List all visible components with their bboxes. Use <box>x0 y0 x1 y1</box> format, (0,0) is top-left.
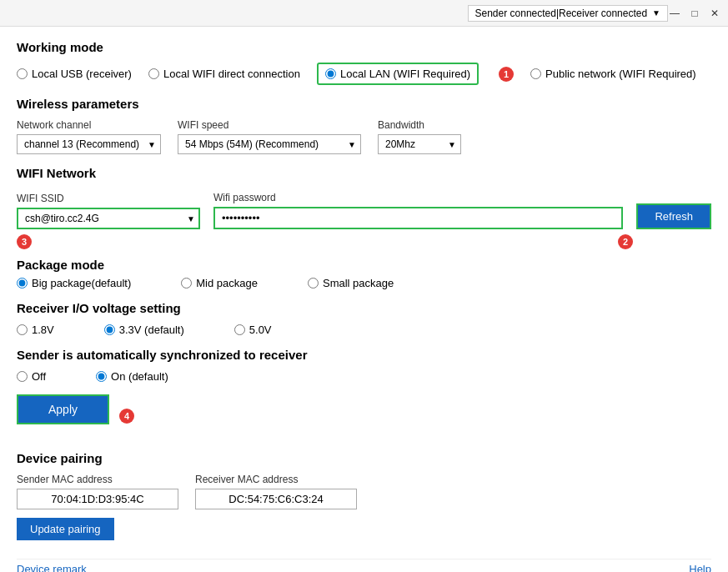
radio-public-network[interactable]: Public network (WIFI Required) <box>530 68 696 80</box>
radio-small-package-label: Small package <box>323 277 394 289</box>
ssid-select[interactable]: csh@tiro.cc2.4G <box>17 208 200 229</box>
ssid-label: WIFI SSID <box>17 193 200 204</box>
radio-local-lan[interactable]: Local LAN (WIFI Required) <box>317 63 479 85</box>
radio-big-package[interactable]: Big package(default) <box>17 277 131 289</box>
radio-sync-off[interactable]: Off <box>17 370 46 383</box>
refresh-group: x Refresh <box>636 188 711 229</box>
radio-v18-label: 1.8V <box>32 324 54 336</box>
mac-row: Sender MAC address Receiver MAC address <box>17 474 711 509</box>
radio-local-usb-input[interactable] <box>17 68 28 79</box>
sender-mac-group: Sender MAC address <box>17 474 178 509</box>
minimize-button[interactable]: — <box>668 7 681 20</box>
radio-v33[interactable]: 3.3V (default) <box>104 324 184 336</box>
apply-row: Apply 4 <box>17 394 711 438</box>
bandwidth-group: Bandwidth 20Mhz ▼ <box>378 119 461 154</box>
package-mode-header: Package mode <box>17 258 711 272</box>
radio-v18[interactable]: 1.8V <box>17 324 54 336</box>
titlebar-center: Sender connected|Receiver connected ▼ <box>468 5 669 22</box>
ssid-group: WIFI SSID csh@tiro.cc2.4G ▼ <box>17 193 200 229</box>
maximize-button[interactable]: □ <box>688 7 701 20</box>
sender-mac-input[interactable] <box>17 489 178 509</box>
network-channel-label: Network channel <box>17 119 161 131</box>
close-button[interactable]: ✕ <box>708 7 721 20</box>
dropdown-arrow-icon: ▼ <box>652 8 660 18</box>
password-group: Wifi password <box>213 192 623 229</box>
voltage-setting-title: Receiver I/O voltage setting <box>17 301 711 315</box>
network-channel-select[interactable]: channel 13 (Recommend) <box>17 134 161 154</box>
sync-options: Off On (default) <box>17 370 711 383</box>
radio-local-usb[interactable]: Local USB (receiver) <box>17 68 132 80</box>
titlebar: Sender connected|Receiver connected ▼ — … <box>0 0 728 27</box>
radio-sync-off-input[interactable] <box>17 371 28 382</box>
main-window: Sender connected|Receiver connected ▼ — … <box>0 0 728 572</box>
radio-public-network-label: Public network (WIFI Required) <box>545 68 696 80</box>
receiver-mac-group: Receiver MAC address <box>195 474 357 509</box>
network-channel-select-wrapper: channel 13 (Recommend) ▼ <box>17 134 161 154</box>
status-text: Sender connected|Receiver connected <box>475 8 648 19</box>
radio-v33-label: 3.3V (default) <box>119 324 184 336</box>
password-input[interactable] <box>213 207 623 229</box>
wifi-speed-select[interactable]: 54 Mbps (54M) (Recommend) <box>178 134 361 154</box>
ssid-select-wrapper: csh@tiro.cc2.4G ▼ <box>17 208 200 229</box>
refresh-badge: 2 <box>618 234 633 249</box>
radio-mid-package-input[interactable] <box>181 278 192 289</box>
package-mode-options: Big package(default) Mid package Small p… <box>17 277 711 289</box>
status-dropdown[interactable]: Sender connected|Receiver connected ▼ <box>468 5 669 22</box>
radio-sync-on-input[interactable] <box>96 371 107 382</box>
device-pairing-section: Device pairing Sender MAC address Receiv… <box>17 451 711 549</box>
wifi-speed-select-wrapper: 54 Mbps (54M) (Recommend) ▼ <box>178 134 361 154</box>
working-mode-options: Local USB (receiver) Local WIFI direct c… <box>17 63 711 85</box>
titlebar-controls: — □ ✕ <box>668 7 721 20</box>
radio-local-lan-input[interactable] <box>325 68 336 79</box>
password-label: Wifi password <box>213 192 623 203</box>
radio-v50-label: 5.0V <box>249 324 272 336</box>
radio-mid-package[interactable]: Mid package <box>181 277 258 289</box>
radio-sync-on[interactable]: On (default) <box>96 370 168 383</box>
working-mode-badge: 1 <box>499 67 514 82</box>
radio-small-package-input[interactable] <box>308 278 319 289</box>
bandwidth-select[interactable]: 20Mhz <box>378 134 461 154</box>
main-content: Working mode Local USB (receiver) Local … <box>0 27 728 572</box>
radio-v50[interactable]: 5.0V <box>234 324 272 336</box>
working-mode-title: Working mode <box>17 40 711 54</box>
radio-small-package[interactable]: Small package <box>308 277 394 289</box>
radio-v50-input[interactable] <box>234 324 245 335</box>
voltage-options: 1.8V 3.3V (default) 5.0V <box>17 324 711 336</box>
wireless-params-row: Network channel channel 13 (Recommend) ▼… <box>17 119 711 154</box>
help-button[interactable]: Help <box>689 563 711 572</box>
radio-sync-on-label: On (default) <box>111 370 168 383</box>
radio-v18-input[interactable] <box>17 324 28 335</box>
sender-mac-label: Sender MAC address <box>17 474 178 485</box>
device-remark-button[interactable]: Device remark <box>17 563 87 572</box>
receiver-mac-label: Receiver MAC address <box>195 474 357 485</box>
wifi-speed-label: WIFI speed <box>178 119 361 131</box>
network-channel-group: Network channel channel 13 (Recommend) ▼ <box>17 119 161 154</box>
wireless-params-title: Wireless parameters <box>17 97 711 111</box>
bandwidth-select-wrapper: 20Mhz ▼ <box>378 134 461 154</box>
radio-public-network-input[interactable] <box>530 68 541 79</box>
refresh-button[interactable]: Refresh <box>636 203 711 229</box>
update-pairing-button[interactable]: Update pairing <box>17 518 114 540</box>
package-mode-title: Package mode <box>17 258 104 272</box>
radio-v33-input[interactable] <box>104 324 115 335</box>
radio-sync-off-label: Off <box>32 370 46 383</box>
footer-row: Device remark Help <box>17 559 711 572</box>
radio-big-package-input[interactable] <box>17 278 28 289</box>
sync-setting-title: Sender is automatically synchronized to … <box>17 348 711 362</box>
refresh-row: Refresh <box>636 203 711 229</box>
apply-button[interactable]: Apply <box>17 394 109 424</box>
receiver-mac-input[interactable] <box>195 489 357 509</box>
bandwidth-label: Bandwidth <box>378 119 461 131</box>
radio-big-package-label: Big package(default) <box>32 277 131 289</box>
wifi-network-row: WIFI SSID csh@tiro.cc2.4G ▼ Wifi passwor… <box>17 188 711 229</box>
package-mode-badge: 3 <box>17 234 32 249</box>
radio-local-wifi-direct-label: Local WIFI direct connection <box>163 68 300 80</box>
radio-local-wifi-direct[interactable]: Local WIFI direct connection <box>148 68 300 80</box>
radio-local-wifi-direct-input[interactable] <box>148 68 159 79</box>
apply-badge: 4 <box>119 409 134 424</box>
radio-local-lan-label: Local LAN (WIFI Required) <box>340 68 470 80</box>
radio-local-usb-label: Local USB (receiver) <box>32 68 132 80</box>
wifi-badge-row: 3 2 <box>17 234 711 249</box>
wifi-network-title: WIFI Network <box>17 166 711 180</box>
radio-mid-package-label: Mid package <box>196 277 258 289</box>
